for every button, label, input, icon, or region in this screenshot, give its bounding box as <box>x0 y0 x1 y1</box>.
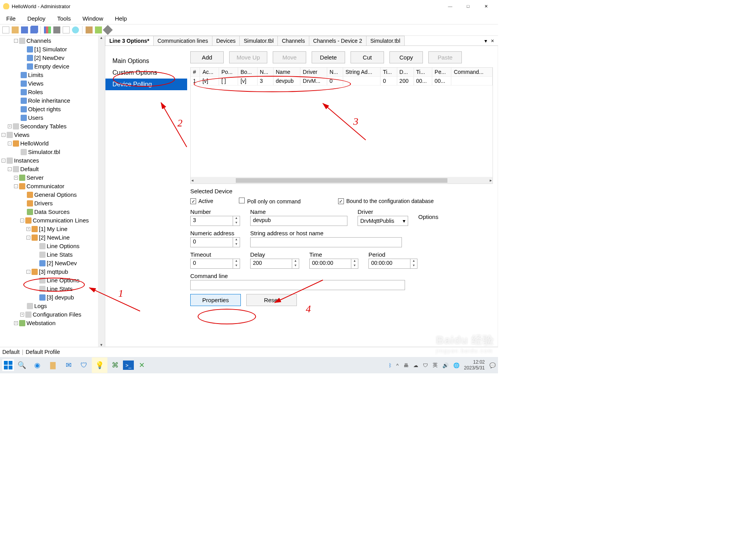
tree-item[interactable]: Line Options <box>2 276 103 285</box>
tree-item[interactable]: [2] NewDev <box>2 54 103 62</box>
close-button[interactable]: ✕ <box>477 0 495 12</box>
tree-item[interactable]: Line Stats <box>2 285 103 293</box>
task-mail-icon[interactable]: ✉ <box>61 357 76 373</box>
task-green-icon[interactable]: ✕ <box>134 357 149 373</box>
help-icon[interactable] <box>72 26 79 33</box>
straddr-input[interactable] <box>250 237 402 247</box>
tree-item[interactable]: Users <box>2 114 103 122</box>
add-button[interactable]: Add <box>190 51 224 63</box>
task-explorer-icon[interactable]: ▇ <box>45 357 61 373</box>
number-input[interactable]: 3 <box>190 216 233 226</box>
tree-item[interactable]: -Communicator <box>2 182 103 191</box>
reset-button[interactable]: Reset <box>246 294 297 306</box>
tree-item[interactable]: Empty device <box>2 62 103 71</box>
tree-item[interactable]: [1] Simulator <box>2 45 103 54</box>
delay-input[interactable]: 200 <box>250 259 292 269</box>
delete-button[interactable]: Delete <box>312 51 345 63</box>
tree-item[interactable]: -Default <box>2 165 103 173</box>
chart-icon[interactable] <box>44 26 51 33</box>
maximize-button[interactable]: □ <box>459 0 477 12</box>
task-ps-icon[interactable]: >_ <box>123 360 134 370</box>
tab[interactable]: Channels <box>277 36 309 46</box>
poll-checkbox[interactable]: Poll only on command <box>239 198 301 205</box>
tray-volume-icon[interactable]: 🔊 <box>442 362 449 368</box>
cut-button[interactable]: Cut <box>351 51 384 63</box>
tray-shield-icon[interactable]: 🛡 <box>423 362 428 368</box>
menu-tools[interactable]: Tools <box>56 14 72 23</box>
copy-button[interactable]: Copy <box>389 51 423 63</box>
tool2-icon[interactable] <box>95 26 102 33</box>
tree-item[interactable]: Drivers <box>2 199 103 208</box>
tree-item[interactable]: +[1] My Line <box>2 225 103 233</box>
tree-item[interactable]: Views <box>2 79 103 88</box>
task-shield-icon[interactable]: 🛡 <box>76 357 92 373</box>
tree-item[interactable]: -HelloWorld <box>2 139 103 148</box>
save-icon[interactable] <box>21 26 28 33</box>
menu-deploy[interactable]: Deploy <box>26 14 46 23</box>
task-bulb-icon[interactable]: 💡 <box>92 357 107 373</box>
clipboard-icon[interactable] <box>53 26 60 33</box>
tree-item[interactable]: [2] NewDev <box>2 259 103 268</box>
tab[interactable]: Channels - Device 2 <box>309 36 366 46</box>
tree-scrollbar[interactable]: ▲▼ <box>98 36 105 347</box>
cmdline-input[interactable] <box>190 280 405 290</box>
tab[interactable]: Line 3 Options* <box>105 36 154 46</box>
tray-up-icon[interactable]: ^ <box>396 362 399 368</box>
tray-bluetooth-icon[interactable]: ᛒ <box>389 362 392 368</box>
tree-item[interactable]: -[2] NewLine <box>2 233 103 242</box>
driver-select[interactable]: DrvMqttPublis▾ <box>358 216 408 226</box>
sidelist-main-options[interactable]: Main Options <box>105 55 187 67</box>
menu-window[interactable]: Window <box>82 14 104 23</box>
bound-checkbox[interactable]: ✓Bound to the configuration database <box>338 198 434 205</box>
tree-item[interactable]: [3] devpub <box>2 293 103 302</box>
tree-item[interactable]: Simulator.tbl <box>2 148 103 156</box>
time-input[interactable]: 00:00:00 <box>309 259 351 269</box>
tray-clock[interactable]: 12:022023/5/31 <box>464 359 485 371</box>
task-net-icon[interactable]: ⌘ <box>107 357 123 373</box>
tray-onedrive-icon[interactable]: ☁ <box>413 362 418 368</box>
name-input[interactable]: devpub <box>250 216 347 226</box>
tree-item[interactable]: Object rights <box>2 105 103 114</box>
device-grid[interactable]: #Ac...Po...Bo...N...NameDriverN...String… <box>190 67 493 184</box>
tree-item[interactable]: -[3] mqttpub <box>2 268 103 276</box>
tree-item[interactable]: General Options <box>2 191 103 199</box>
tree-item[interactable]: -Views <box>2 131 103 139</box>
save-all-icon[interactable] <box>30 26 37 33</box>
page-icon[interactable] <box>63 26 70 33</box>
tree-item[interactable]: Role inheritance <box>2 96 103 105</box>
tree-item[interactable]: +Webstation <box>2 319 103 327</box>
sidelist-custom-options[interactable]: Custom Options <box>105 67 187 79</box>
minimize-button[interactable]: — <box>441 0 459 12</box>
tree-item[interactable]: Data Sources <box>2 208 103 216</box>
tree-item[interactable]: Logs <box>2 302 103 310</box>
task-edge-icon[interactable]: ◉ <box>30 357 45 373</box>
menu-file[interactable]: File <box>5 14 16 23</box>
tree-item[interactable]: -Communication Lines <box>2 216 103 225</box>
tray-ime[interactable]: 英 <box>433 362 438 369</box>
tree-item[interactable]: +Secondary Tables <box>2 122 103 131</box>
period-input[interactable]: 00:00:00 <box>368 259 410 269</box>
tree-item[interactable]: Line Options <box>2 242 103 250</box>
tab-overflow-button[interactable]: ▾ <box>484 38 487 44</box>
task-search-icon[interactable]: 🔍 <box>14 357 30 373</box>
timeout-input[interactable]: 0 <box>190 259 233 269</box>
active-checkbox[interactable]: ✓Active <box>190 198 213 205</box>
search-icon[interactable] <box>103 25 112 35</box>
tray-notifications-icon[interactable]: 💬 <box>489 362 496 368</box>
tray-net-icon[interactable]: 🌐 <box>453 362 459 368</box>
tool1-icon[interactable] <box>86 26 93 33</box>
properties-button[interactable]: Properties <box>190 294 241 306</box>
tray-printer-icon[interactable]: 🖶 <box>403 362 409 368</box>
tab[interactable]: Simulator.tbl <box>239 36 278 46</box>
tree-item[interactable]: -Channels <box>2 37 103 45</box>
menu-help[interactable]: Help <box>114 14 128 23</box>
sidelist-device-polling[interactable]: Device Polling <box>105 79 187 90</box>
tree-item[interactable]: +Configuration Files <box>2 310 103 319</box>
tree-item[interactable]: Roles <box>2 88 103 96</box>
new-icon[interactable] <box>2 26 9 33</box>
start-button[interactable] <box>2 359 14 371</box>
tree-item[interactable]: -Instances <box>2 156 103 165</box>
open-icon[interactable] <box>12 26 19 33</box>
tree-item[interactable]: +Server <box>2 173 103 182</box>
tree-item[interactable]: Limits <box>2 71 103 79</box>
